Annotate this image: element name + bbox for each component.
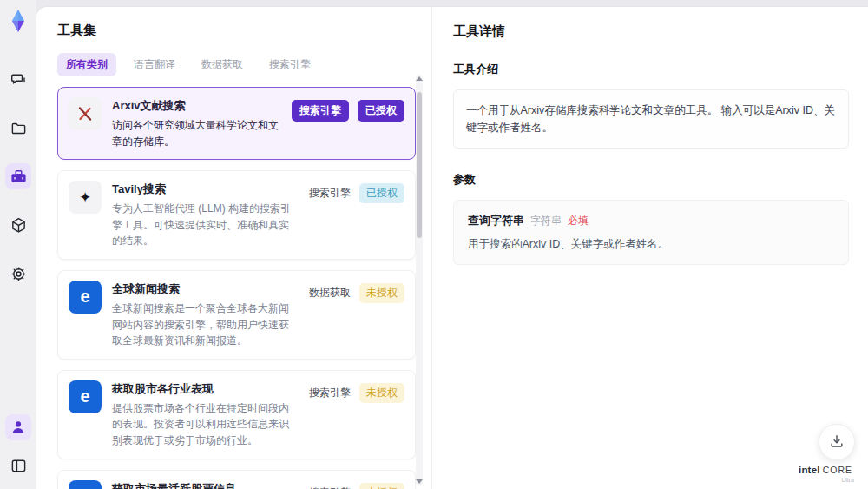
param-description: 用于搜索的Arxiv ID、关键字或作者姓名。 [468, 237, 834, 252]
param-card: 查询字符串 字符串 必填 用于搜索的Arxiv ID、关键字或作者姓名。 [453, 200, 849, 265]
download-icon [828, 433, 845, 453]
sidebar [0, 0, 36, 489]
category-badge: 搜索引擎 [309, 186, 351, 201]
sidebar-item-tools[interactable] [5, 163, 31, 189]
scroll-down-arrow-icon[interactable] [416, 479, 423, 484]
params-heading: 参数 [453, 172, 849, 188]
download-button[interactable] [819, 424, 855, 460]
param-name: 查询字符串 [468, 213, 524, 228]
sidebar-item-profile[interactable] [5, 414, 31, 440]
intro-card: 一个用于从Arxiv存储库搜索科学论文和文章的工具。 输入可以是Arxiv ID… [453, 89, 849, 149]
status-badge: 未授权 [359, 283, 404, 303]
details-title: 工具详情 [453, 23, 849, 40]
chat-icon [10, 71, 27, 88]
status-badge: 已授权 [358, 100, 404, 122]
gear-icon [10, 266, 27, 282]
category-badge: 搜索引擎 [309, 486, 351, 489]
efinance-icon: e [69, 281, 102, 314]
sidebar-item-files[interactable] [5, 115, 31, 141]
category-tabs: 所有类别 语言翻译 数据获取 搜索引擎 [57, 53, 416, 76]
panel-toggle-icon [10, 458, 27, 474]
sidebar-item-models[interactable] [5, 212, 31, 238]
tools-panel: 工具集 所有类别 语言翻译 数据获取 搜索引擎 A [36, 7, 432, 489]
efinance-icon: e [69, 480, 102, 489]
status-badge: 未授权 [359, 483, 404, 489]
tool-description: 全球新闻搜索是一个聚合全球各大新闻网站内容的搜索引擎，帮助用户快速获取全球最新资… [112, 301, 299, 349]
param-type: 字符串 [530, 214, 562, 228]
main-panel: 工具集 所有类别 语言翻译 数据获取 搜索引擎 A [36, 7, 868, 489]
tool-name: 获取股市各行业表现 [112, 381, 299, 397]
tavily-icon: ✦ [69, 181, 102, 214]
sidebar-item-collapse[interactable] [5, 453, 31, 479]
param-list: 查询字符串 字符串 必填 用于搜索的Arxiv ID、关键字或作者姓名。 [453, 200, 849, 265]
sidebar-item-settings[interactable] [5, 261, 31, 287]
tool-card[interactable]: e 全球新闻搜索 全球新闻搜索是一个聚合全球各大新闻网站内容的搜索引擎，帮助用户… [57, 270, 416, 360]
tool-description: 专为人工智能代理 (LLM) 构建的搜索引擎工具。可快速提供实时、准确和真实的结… [112, 201, 299, 249]
tool-card[interactable]: e 获取股市各行业表现 提供股票市场各个行业在特定时间段内的表现。投资者可以利用… [57, 370, 416, 459]
tool-description: 提供股票市场各个行业在特定时间段内的表现。投资者可以利用这些信息来识别表现优于或… [112, 400, 299, 449]
category-tab[interactable]: 数据获取 [193, 53, 252, 76]
tool-name: Tavily搜索 [112, 182, 299, 197]
status-badge: 已授权 [359, 183, 404, 203]
category-badge: 数据获取 [309, 286, 351, 301]
scrollbar-thumb[interactable] [417, 92, 422, 238]
page-title: 工具集 [57, 23, 416, 39]
scroll-up-arrow-icon[interactable] [416, 76, 423, 81]
category-badge: 搜索引擎 [292, 100, 349, 122]
sidebar-item-chat[interactable] [5, 66, 31, 92]
sidebar-nav [5, 66, 31, 287]
app-logo [6, 9, 30, 33]
category-tab[interactable]: 所有类别 [57, 53, 116, 76]
category-tab[interactable]: 语言翻译 [125, 53, 184, 76]
tool-name: 全球新闻搜索 [112, 281, 299, 297]
intro-text: 一个用于从Arxiv存储库搜索科学论文和文章的工具。 输入可以是Arxiv ID… [466, 102, 836, 136]
efinance-icon: e [69, 380, 102, 413]
details-panel: 工具详情 工具介绍 一个用于从Arxiv存储库搜索科学论文和文章的工具。 输入可… [432, 7, 868, 489]
tool-card[interactable]: ✦ Tavily搜索 专为人工智能代理 (LLM) 构建的搜索引擎工具。可快速提… [57, 170, 416, 260]
arxiv-icon [69, 97, 102, 130]
cube-icon [10, 217, 27, 234]
status-badge: 未授权 [359, 383, 404, 403]
tool-name: 获取市场最活跃股票信息 [112, 481, 299, 489]
intel-core-logo: intelCORE Ultra [793, 461, 858, 484]
sidebar-bottom [5, 414, 31, 479]
user-icon [10, 420, 26, 435]
tool-name: Arxiv文献搜索 [112, 98, 281, 114]
tool-description: 访问各个研究领域大量科学论文和文章的存储库。 [112, 117, 281, 149]
scrollbar[interactable] [416, 75, 423, 486]
category-badge: 搜索引擎 [309, 386, 351, 400]
intro-heading: 工具介绍 [453, 62, 849, 77]
param-required-badge: 必填 [568, 214, 589, 228]
folder-icon [10, 120, 27, 136]
category-tab[interactable]: 搜索引擎 [260, 53, 319, 76]
tool-card[interactable]: e 获取市场最活跃股票信息 提供当天交易量最高的股票列表，投资者可以利用这些信息… [57, 470, 416, 489]
tool-card[interactable]: Arxiv文献搜索 访问各个研究领域大量科学论文和文章的存储库。 搜索引擎 已授… [57, 87, 416, 160]
tool-list: Arxiv文献搜索 访问各个研究领域大量科学论文和文章的存储库。 搜索引擎 已授… [57, 87, 416, 489]
toolbox-icon [10, 169, 27, 185]
